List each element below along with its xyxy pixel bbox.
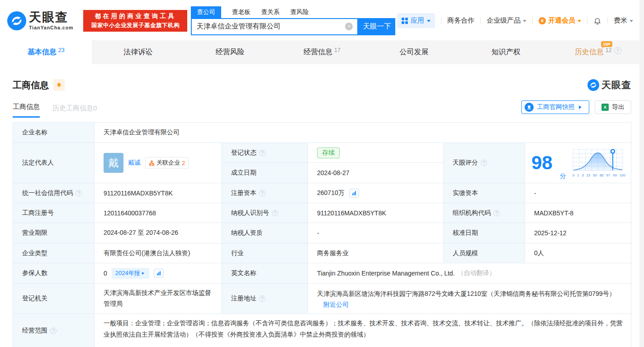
english-name-value: Tianjin Zhuoxin Enterprise Management Co… <box>317 270 455 277</box>
score-axis-labels: 01 315 5085 9799 100 <box>573 173 625 177</box>
logo-subtitle: TianYanCha.com <box>29 25 73 30</box>
business-info-table: 企业名称 天津卓信企业管理有限公司 法定代表人 戴 戴诚 关联企业 2 登记状态… <box>13 122 631 347</box>
tab-intellectual-property[interactable]: 知识产权 <box>460 40 552 64</box>
export-label: 导出 <box>612 103 625 111</box>
related-label: 关联企业 <box>156 159 180 167</box>
related-companies-badge[interactable]: 关联企业 2 <box>145 157 189 169</box>
menu-cooperation[interactable]: 商务合作 <box>447 16 474 25</box>
crown-icon: ♛ <box>539 17 546 24</box>
reg-number-value: 120116400037768 <box>95 203 222 223</box>
tyc-score-cell[interactable]: 98 分 01 <box>525 143 632 183</box>
field-label: 企业名称 <box>13 123 95 143</box>
tab-history-info[interactable]: VIP 历史信息 12 ? <box>552 40 644 64</box>
subtab-business-info[interactable]: 工商信息 <box>13 103 40 118</box>
menu-vip[interactable]: ♛ 开通会员 <box>539 16 581 25</box>
search-button[interactable]: 天眼一下 <box>358 18 395 35</box>
tab-legal-litigation[interactable]: 法律诉讼 <box>92 40 184 64</box>
question-icon[interactable]: ? <box>259 150 265 156</box>
question-icon[interactable]: ? <box>272 210 278 216</box>
field-label: 注册地址? <box>222 284 308 314</box>
divider <box>607 17 608 24</box>
apps-label: 应用 <box>411 16 424 25</box>
top-bar: 天眼查 TianYanCha.com 都在用的商业查询工具 国家中小企业发展子基… <box>0 0 644 40</box>
tab-label: 公司发展 <box>399 48 428 57</box>
tab-company-development[interactable]: 公司发展 <box>368 40 460 64</box>
chevron-down-icon <box>523 20 526 24</box>
tab-label: 法律诉讼 <box>123 48 152 57</box>
tab-operation-info[interactable]: 经营信息 17 <box>276 40 368 64</box>
question-icon[interactable]: ? <box>76 190 82 196</box>
search-input[interactable] <box>192 23 345 31</box>
export-button[interactable]: X 导出 <box>595 100 631 114</box>
field-label: 工商注册号 <box>13 203 95 223</box>
cooperation-label: 商务合作 <box>447 16 474 25</box>
field-label: 纳税人资质 <box>222 223 308 243</box>
tab-label: 经营风险 <box>216 48 245 57</box>
insured-chart-button[interactable] <box>154 269 164 278</box>
nearby-companies-link[interactable]: 附近公司 <box>323 301 349 308</box>
tab-label: 历史信息 <box>575 48 604 57</box>
search-tab-relation[interactable]: 查关系 <box>261 6 279 18</box>
field-label: 法定代表人 <box>13 143 95 183</box>
bell-icon <box>56 82 62 88</box>
legal-rep-link[interactable]: 戴诚 <box>128 159 141 167</box>
subscribe-bell-button[interactable] <box>53 79 65 91</box>
logo-swirl-icon <box>587 79 599 91</box>
bell-icon <box>593 17 601 25</box>
establish-date-value: 2024-08-27 <box>308 163 444 183</box>
notification-bell-button[interactable] <box>593 17 601 25</box>
field-label: 纳税人识别号? <box>222 203 308 223</box>
field-label: 参保人数 <box>13 263 95 284</box>
chevron-down-icon <box>427 20 431 24</box>
brand-name: 天眼查 <box>601 79 631 91</box>
avatar[interactable]: 戴 <box>104 153 123 173</box>
search-tab-company[interactable]: 查公司 <box>191 6 221 18</box>
tab-basic-info[interactable]: 基本信息 23 <box>0 40 92 64</box>
user-menu[interactable]: 费米 <box>614 16 633 25</box>
field-label: 经营范围? <box>13 314 95 347</box>
tab-operation-risk[interactable]: 经营风险 <box>184 40 276 64</box>
question-icon[interactable]: ? <box>259 190 265 196</box>
apps-menu[interactable]: 应用 <box>397 13 435 28</box>
annual-report-badge[interactable]: 2024年报 <box>112 268 149 279</box>
reg-status-cell: 存续 <box>308 143 444 163</box>
scrollbar[interactable] <box>639 0 644 347</box>
field-label: 组织机构代码? <box>444 203 525 223</box>
arrow-right-icon <box>142 272 146 275</box>
approval-date-value: 2025-12-12 <box>525 223 632 243</box>
question-icon[interactable]: ? <box>259 295 265 302</box>
chevron-down-icon <box>578 20 581 24</box>
divider <box>532 17 533 24</box>
capital-chart-button[interactable] <box>349 189 359 198</box>
field-label: 企业类型 <box>13 243 95 263</box>
clear-icon[interactable]: × <box>345 23 353 30</box>
business-scope-value: 一般项目：企业管理；企业管理咨询；信息咨询服务（不含许可类信息咨询服务）；技术服… <box>95 314 632 347</box>
question-icon[interactable]: ? <box>493 210 500 216</box>
org-code-value: MADXB5YT-8 <box>525 203 632 223</box>
status-badge: 存续 <box>317 147 340 158</box>
english-name-cell: Tianjin Zhuoxin Enterprise Management Co… <box>308 263 632 284</box>
slogan-line1: 都在用的商业查询工具 <box>95 12 176 20</box>
question-icon[interactable]: ? <box>50 328 57 334</box>
search-tab-risk[interactable]: 查风险 <box>290 6 309 18</box>
chevron-down-icon <box>630 20 633 24</box>
slogan-line2: 国家中小企业发展子基金旗下机构 <box>91 22 180 29</box>
excel-icon: X <box>601 104 609 111</box>
business-term-value: 2024-08-27 至 2074-08-26 <box>95 223 222 243</box>
subtab-history-business-info[interactable]: 历史工商信息0 <box>52 104 97 118</box>
search-box: × 天眼一下 <box>191 18 395 35</box>
question-icon[interactable]: ? <box>481 160 487 166</box>
tab-label: 基本信息 <box>28 48 57 57</box>
menu-enterprise[interactable]: 企业级产品 <box>487 16 526 25</box>
stamp-icon <box>525 103 534 112</box>
company-nav-tabs: 基本信息 23 法律诉讼 经营风险 经营信息 17 公司发展 知识产权 VIP … <box>0 40 644 64</box>
tianyancha-logo[interactable]: 天眼查 TianYanCha.com <box>7 11 73 30</box>
question-icon[interactable]: ? <box>614 47 621 54</box>
reg-address-cell: 天津滨海高新区塘沽海洋科技园宁海路872号文峰大厦1210室（天津锦信商务秘书有… <box>308 284 632 314</box>
company-name-value: 天津卓信企业管理有限公司 <box>95 123 632 143</box>
score-distribution-chart[interactable]: 01 315 5085 9799 100 <box>573 149 625 177</box>
official-snapshot-button[interactable]: 工商官网快照 <box>521 100 589 114</box>
search-tab-boss[interactable]: 查老板 <box>232 6 251 18</box>
snapshot-label: 工商官网快照 <box>537 103 575 111</box>
app-grid-icon <box>402 18 408 24</box>
